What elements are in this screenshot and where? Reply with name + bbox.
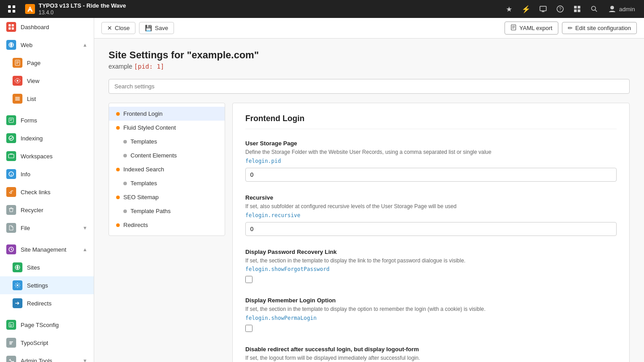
sidebar-item-settings[interactable]: Settings — [0, 276, 94, 294]
flash-icon[interactable]: ⚡ — [519, 2, 533, 16]
remember-login-checkbox[interactable] — [245, 325, 252, 332]
nav-item-templates-1[interactable]: Templates — [109, 135, 225, 148]
checklinks-icon — [6, 187, 16, 197]
save-icon: 💾 — [145, 25, 152, 31]
page-content: Site Settings for "example.com" example … — [94, 39, 644, 362]
sidebar-item-sitemanagement[interactable]: Site Management ▲ — [0, 240, 94, 258]
apps-menu-button[interactable] — [5, 3, 18, 15]
sidebar-list-label: List — [27, 96, 87, 102]
nav-bullet — [123, 154, 127, 157]
sidebar-view-label: View — [27, 78, 87, 84]
search-icon[interactable] — [587, 2, 601, 16]
sidebar-item-list[interactable]: List — [0, 90, 94, 108]
search-input[interactable] — [109, 79, 630, 94]
svg-text:?: ? — [559, 7, 561, 12]
sidebar-item-typoscript[interactable]: TypoScript — [0, 334, 94, 352]
sidebar-item-page[interactable]: Page — [0, 54, 94, 72]
field-label: Display Remember Login Option — [245, 297, 617, 304]
toolbar: ✕ Close 💾 Save YAML export ✏ Edit site c… — [94, 18, 644, 39]
nav-item-label: Template Paths — [131, 208, 171, 214]
nav-item-indexed-search[interactable]: Indexed Search — [109, 162, 225, 176]
field-code: felogin.showPermaLogin — [245, 315, 617, 321]
nav-item-label: SEO Sitemap — [123, 194, 159, 201]
settings-nav: Frontend Login Fluid Styled Content Temp… — [109, 103, 225, 236]
field-disable-redirect: Disable redirect after successful login,… — [245, 346, 617, 362]
monitor-icon[interactable] — [536, 2, 550, 16]
close-icon: ✕ — [107, 25, 112, 31]
sidebar-item-forms[interactable]: Forms — [0, 111, 94, 129]
sidebar-item-dashboard[interactable]: Dashboard — [0, 18, 94, 36]
indexing-icon — [6, 133, 16, 143]
sidebar-item-file[interactable]: File ▼ — [0, 219, 94, 237]
close-label: Close — [115, 25, 130, 31]
svg-rect-22 — [9, 154, 14, 158]
nav-item-label: Templates — [131, 180, 157, 187]
svg-rect-7 — [574, 6, 577, 9]
nav-item-content-elements[interactable]: Content Elements — [109, 148, 225, 162]
two-column-layout: Frontend Login Fluid Styled Content Temp… — [109, 103, 630, 362]
password-recovery-checkbox[interactable] — [245, 276, 252, 283]
sidebar-forms-label: Forms — [21, 117, 87, 124]
nav-item-label: Indexed Search — [123, 166, 164, 173]
sidebar-item-pagetsconfig[interactable]: Page TSconfig — [0, 316, 94, 334]
bookmark-icon[interactable]: ★ — [502, 2, 516, 16]
table-icon[interactable] — [570, 2, 584, 16]
field-code: felogin.showForgotPassword — [245, 266, 617, 272]
sidebar-checklinks-label: Check links — [21, 189, 87, 196]
topbar-logo: TYPO3 v13 LTS - Ride the Wave 13.4.0 — [25, 2, 126, 16]
nav-bullet — [116, 126, 120, 130]
svg-rect-0 — [8, 5, 11, 8]
svg-rect-16 — [12, 27, 14, 30]
svg-rect-4 — [540, 6, 546, 11]
nav-item-seo-sitemap[interactable]: SEO Sitemap — [109, 190, 225, 204]
sidebar-item-info[interactable]: i Info — [0, 165, 94, 183]
field-user-storage-page: User Storage Page Define the Storage Fol… — [245, 140, 617, 182]
svg-rect-9 — [574, 9, 577, 12]
sidebar-indexing-label: Indexing — [21, 135, 87, 142]
sidebar-item-checklinks[interactable]: Check links — [0, 183, 94, 201]
main-layout: Dashboard Web ▲ Page View Lis — [0, 18, 644, 362]
nav-bullet — [123, 182, 127, 185]
sidebar-item-web[interactable]: Web ▲ — [0, 36, 94, 54]
sidebar-file-label: File — [21, 225, 78, 231]
page-subtitle: example [pid: 1] — [109, 63, 630, 70]
sidebar-web-label: Web — [21, 42, 78, 48]
help-icon[interactable]: ? — [553, 2, 567, 16]
edit-site-config-button[interactable]: ✏ Edit site configuration — [562, 22, 637, 34]
nav-item-frontend-login[interactable]: Frontend Login — [109, 107, 225, 121]
web-chevron-icon: ▲ — [83, 42, 87, 48]
svg-rect-3 — [13, 10, 15, 13]
sidebar-item-admintools[interactable]: Admin Tools ▼ — [0, 352, 94, 362]
field-label: User Storage Page — [245, 140, 617, 147]
sidebar-item-redirects[interactable]: Redirects — [0, 294, 94, 312]
sidebar-admintools-label: Admin Tools — [21, 358, 78, 362]
user-storage-page-input[interactable] — [245, 168, 617, 182]
typoscript-icon — [6, 338, 16, 348]
user-menu[interactable]: admin — [604, 3, 639, 15]
sidebar-item-recycler[interactable]: Recycler — [0, 201, 94, 219]
file-chevron-icon: ▼ — [83, 225, 87, 231]
close-button[interactable]: ✕ Close — [101, 22, 135, 34]
svg-rect-1 — [13, 5, 15, 8]
sidebar-item-sites[interactable]: Sites — [0, 258, 94, 276]
nav-item-templates-2[interactable]: Templates — [109, 176, 225, 190]
sidebar-item-view[interactable]: View — [0, 72, 94, 90]
sidebar-typoscript-label: TypoScript — [21, 340, 87, 346]
field-recursive: Recursive If set, also subfolder at conf… — [245, 194, 617, 236]
nav-item-label: Templates — [131, 138, 157, 145]
save-button[interactable]: 💾 Save — [139, 22, 174, 34]
sidebar-workspaces-label: Workspaces — [21, 153, 87, 160]
nav-item-redirects[interactable]: Redirects — [109, 218, 225, 232]
nav-bullet — [123, 140, 127, 144]
nav-item-template-paths[interactable]: Template Paths — [109, 204, 225, 218]
yaml-export-label: YAML export — [519, 25, 553, 31]
svg-rect-10 — [578, 9, 580, 12]
svg-point-12 — [610, 6, 614, 9]
sidebar-item-indexing[interactable]: Indexing — [0, 129, 94, 147]
yaml-export-button[interactable]: YAML export — [505, 22, 558, 35]
nav-item-fluid-styled-content[interactable]: Fluid Styled Content — [109, 121, 225, 135]
sidebar-settings-label: Settings — [27, 282, 87, 289]
sidebar-item-label: Dashboard — [21, 24, 87, 31]
sidebar-item-workspaces[interactable]: Workspaces — [0, 147, 94, 165]
recursive-input[interactable] — [245, 222, 617, 236]
